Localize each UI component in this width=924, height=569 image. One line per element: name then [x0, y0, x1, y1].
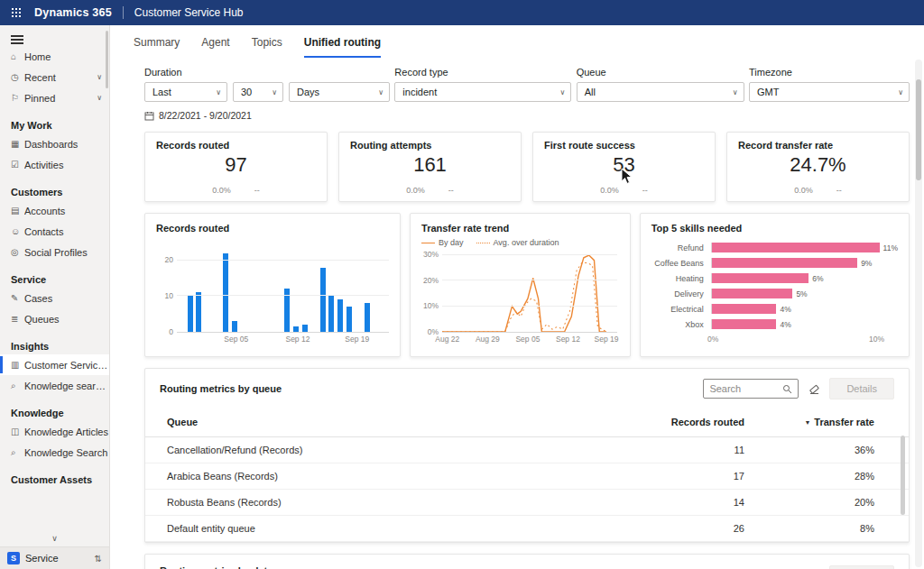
transfer-rate-cell: 8% — [775, 523, 894, 534]
kpi-value: 53 — [544, 153, 704, 177]
queue-table-body: Cancellation/Refund (Records)1136%Arabic… — [145, 437, 909, 542]
column-header-records-routed[interactable]: Records routed — [640, 417, 775, 427]
record-type-select[interactable]: incident ∨ — [394, 82, 571, 102]
table-scrollbar[interactable] — [901, 436, 905, 515]
queue-icon: ≣ — [11, 314, 24, 324]
sidebar-section-service: Service — [0, 262, 109, 288]
tab-topics[interactable]: Topics — [252, 25, 282, 58]
duration-window-select[interactable]: Last ∨ — [144, 82, 227, 102]
bar[interactable] — [196, 292, 201, 332]
sidebar-item-contacts[interactable]: ☺Contacts — [0, 221, 109, 242]
bar[interactable] — [223, 253, 228, 332]
sidebar-item-label: Knowledge Articles — [24, 427, 109, 437]
filter-bar: Duration Last ∨ 30 ∨ Days ∨ — [144, 67, 910, 121]
bar[interactable] — [712, 289, 793, 298]
main-scrollbar[interactable] — [915, 60, 922, 567]
kpi-delta: 0.0% — [212, 186, 231, 195]
clock-icon: ◷ — [11, 72, 24, 82]
bar-slot — [319, 243, 328, 332]
hamburger-menu-icon[interactable] — [11, 35, 23, 44]
bar[interactable] — [712, 304, 777, 314]
sidebar-item-label: Knowledge Search — [24, 447, 109, 458]
duration-number-value: 30 — [241, 87, 252, 97]
bar[interactable] — [320, 268, 326, 332]
details-button[interactable]: Details — [829, 378, 894, 399]
chart-title-records-routed: Records routed — [156, 223, 389, 234]
sidebar-more-chevron-icon[interactable]: ∨ — [0, 534, 109, 543]
chevron-down-icon: ∨ — [898, 88, 903, 96]
gridline — [177, 260, 389, 261]
y-tick-label: 20% — [421, 276, 439, 285]
app-name[interactable]: Dynamics 365 — [34, 6, 112, 19]
table-row[interactable]: Default entity queue268% — [145, 516, 909, 542]
table-row[interactable]: Arabica Beans (Records)1728% — [145, 463, 909, 490]
bar[interactable] — [712, 243, 880, 252]
transfer-rate-chart-card: Transfer rate trend By day Avg. over dur… — [410, 213, 631, 357]
eraser-icon[interactable] — [808, 383, 820, 395]
sidebar-item-dashboards[interactable]: ▦Dashboards — [0, 133, 109, 154]
table-row[interactable]: Robusta Beans (Records)1420% — [145, 490, 909, 516]
bar-slot — [203, 243, 212, 332]
sidebar-item-knowledge-search[interactable]: ⌕Knowledge Search — [0, 442, 109, 463]
bar[interactable] — [337, 299, 343, 332]
sidebar-item-activities[interactable]: ☑Activities — [0, 154, 109, 175]
duration-unit-select[interactable]: Days ∨ — [289, 82, 390, 102]
duration-value-select[interactable]: 30 ∨ — [233, 82, 283, 102]
bar[interactable] — [712, 319, 777, 329]
sidebar-item-home[interactable]: ⌂Home — [0, 46, 109, 67]
table-row[interactable]: Cancellation/Refund (Records)1136% — [145, 437, 909, 463]
queue-select[interactable]: All ∨ — [577, 82, 744, 102]
tab-unified-routing[interactable]: Unified routing — [304, 25, 381, 58]
x-tick-label: Sep 19 — [345, 335, 369, 344]
table-header: Queue Records routed ▼Transfer rate — [145, 407, 909, 437]
bar[interactable] — [346, 307, 352, 332]
calendar-icon — [144, 111, 154, 121]
details-button-date[interactable]: Details — [829, 565, 894, 569]
bar[interactable] — [712, 258, 857, 268]
line-series-by-day — [442, 255, 606, 332]
sidebar-scrollbar[interactable] — [106, 31, 108, 88]
sidebar-item-queues[interactable]: ≣Queues — [0, 308, 109, 329]
bar[interactable] — [293, 326, 299, 332]
records-routed-cell: 26 — [640, 523, 775, 534]
tab-summary[interactable]: Summary — [134, 25, 180, 58]
app-title[interactable]: Customer Service Hub — [134, 6, 244, 19]
records-routed-cell: 14 — [640, 497, 775, 508]
y-tick-label: 0 — [156, 327, 173, 336]
timezone-select[interactable]: GMT ∨ — [749, 82, 910, 102]
bar[interactable] — [302, 325, 308, 332]
sidebar-item-knowledge-search-analytics[interactable]: ⌕Knowledge search... — [0, 375, 109, 396]
kpi-card-routing-attempts: Routing attempts1610.0%-- — [338, 132, 522, 202]
record-type-value: incident — [402, 87, 437, 97]
bar[interactable] — [232, 321, 237, 332]
duration-unit-value: Days — [297, 87, 319, 97]
sidebar-item-pinned[interactable]: ⚐Pinned∨ — [0, 87, 109, 108]
bar[interactable] — [365, 303, 370, 332]
scrollbar-thumb[interactable] — [916, 79, 921, 180]
sidebar-item-knowledge-articles[interactable]: ◫Knowledge Articles — [0, 421, 109, 442]
waffle-menu-icon[interactable] — [11, 7, 22, 18]
sidebar-item-cases[interactable]: ✎Cases — [0, 288, 109, 308]
column-header-queue[interactable]: Queue — [167, 417, 640, 427]
records-routed-cell: 11 — [640, 445, 775, 455]
sidebar-item-accounts[interactable]: ▤Accounts — [0, 200, 109, 221]
bar-slot — [300, 243, 310, 332]
bar[interactable] — [328, 296, 334, 332]
sidebar-item-label: Cases — [24, 293, 109, 304]
sidebar-item-label: Pinned — [24, 93, 97, 104]
sidebar-item-customer-service[interactable]: ▥Customer Service ... — [0, 354, 109, 375]
bar-slot — [328, 243, 337, 332]
area-switcher[interactable]: S Service ⇅ — [0, 546, 109, 569]
column-header-transfer-rate[interactable]: ▼Transfer rate — [775, 417, 894, 427]
tab-agent[interactable]: Agent — [201, 25, 229, 58]
sidebar-item-social-profiles[interactable]: ◎Social Profiles — [0, 242, 109, 262]
bar[interactable] — [188, 296, 193, 332]
area-badge: S — [7, 552, 20, 564]
skill-value-label: 6% — [812, 274, 823, 283]
record-type-filter: Record type incident ∨ — [394, 67, 571, 102]
sidebar-item-recent[interactable]: ◷Recent∨ — [0, 67, 109, 87]
sidebar-section-insights: Insights — [0, 329, 109, 354]
date-range: 8/22/2021 - 9/20/2021 — [144, 110, 390, 121]
bar[interactable] — [712, 273, 809, 283]
search-input[interactable] — [709, 383, 780, 394]
